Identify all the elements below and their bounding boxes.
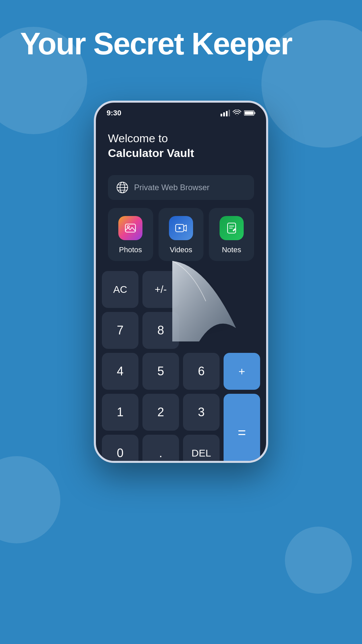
feature-photos[interactable]: Photos [108, 208, 153, 261]
welcome-text: Welcome to Calculator Vault [108, 131, 254, 160]
status-icons [221, 110, 255, 116]
calc-3-button[interactable]: 3 [183, 394, 220, 431]
calc-del-button[interactable]: DEL [183, 435, 220, 463]
svg-rect-3 [229, 110, 230, 116]
status-time: 9:30 [107, 109, 121, 117]
feature-videos[interactable]: Videos [159, 208, 204, 261]
photos-label: Photos [119, 246, 142, 254]
calc-7-button[interactable]: 7 [102, 312, 138, 349]
calc-ac-button[interactable]: AC [102, 271, 138, 308]
bg-circle-4 [285, 527, 352, 594]
videos-icon-bg [169, 216, 193, 240]
calc-plus-button[interactable]: + [224, 353, 260, 390]
browser-label: Private Web Browser [134, 183, 209, 192]
welcome-section: Welcome to Calculator Vault [96, 117, 266, 167]
photos-icon-bg [118, 216, 142, 240]
calc-plusminus-button[interactable]: +/- [142, 271, 179, 308]
svg-rect-12 [125, 224, 135, 232]
globe-icon [116, 181, 129, 194]
photos-icon [124, 222, 137, 234]
notes-icon-bg [220, 216, 244, 240]
calc-5-button[interactable]: 5 [142, 353, 179, 390]
calc-4-button[interactable]: 4 [102, 353, 138, 390]
calc-equals-button[interactable]: = [224, 394, 260, 463]
calc-8-button[interactable]: 8 [142, 312, 179, 349]
svg-point-13 [127, 226, 129, 228]
wifi-icon [233, 110, 241, 116]
notes-icon [225, 222, 238, 234]
svg-rect-0 [221, 114, 222, 116]
status-bar: 9:30 [96, 103, 266, 117]
calc-2-button[interactable]: 2 [142, 394, 179, 431]
phone-screen: 9:30 [94, 101, 268, 463]
calc-0-button[interactable]: 0 [102, 435, 138, 463]
feature-notes[interactable]: Notes [209, 208, 254, 261]
calc-6-button[interactable]: 6 [183, 353, 220, 390]
videos-icon [175, 222, 187, 234]
videos-label: Videos [170, 246, 192, 254]
feature-grid: Photos Videos [96, 208, 266, 261]
calculator-area: AC +/- 7 8 4 [96, 271, 266, 463]
svg-rect-6 [245, 111, 253, 115]
battery-icon [244, 110, 255, 116]
svg-rect-5 [254, 112, 255, 114]
calc-1-button[interactable]: 1 [102, 394, 138, 431]
headline: Your Secret Keeper [20, 27, 342, 61]
svg-rect-1 [223, 112, 225, 116]
calc-dot-button[interactable]: . [142, 435, 179, 463]
bg-circle-3 [0, 456, 60, 543]
svg-rect-2 [226, 111, 228, 116]
calculator-grid: AC +/- 7 8 4 [102, 271, 260, 463]
browser-button[interactable]: Private Web Browser [108, 175, 254, 200]
phone-mockup: 9:30 [94, 101, 268, 590]
signal-icon [221, 110, 230, 116]
notes-label: Notes [222, 246, 241, 254]
